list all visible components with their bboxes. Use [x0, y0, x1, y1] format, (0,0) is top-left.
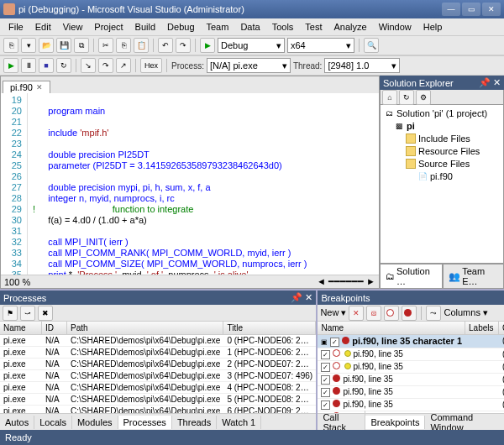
tab-modules[interactable]: Modules — [72, 416, 118, 429]
step-out-icon[interactable]: ↗ — [116, 58, 131, 73]
close-panel-icon[interactable]: ✕ — [493, 77, 501, 88]
find-icon[interactable]: 🔍 — [364, 38, 379, 53]
editor-tab[interactable]: pi.f90 ✕ — [3, 81, 50, 93]
restart-icon[interactable]: ↻ — [56, 58, 71, 73]
process-row[interactable]: pi.exeN/AC:\SHARED\demos\pi\x64\Debug\pi… — [0, 335, 316, 347]
processes-header[interactable]: Name ID Path Title — [0, 322, 316, 335]
menu-debug[interactable]: Debug — [162, 20, 199, 34]
process-combo[interactable]: [N/A] pi.exe▾ — [207, 58, 291, 73]
tab-autos[interactable]: Autos — [0, 416, 34, 429]
menu-file[interactable]: File — [3, 20, 29, 34]
close-button[interactable]: ✕ — [482, 3, 501, 16]
menu-project[interactable]: Project — [89, 20, 128, 34]
breakpoint-row[interactable]: ✓pi.f90, line 35(no condition)break alwa… — [318, 386, 504, 399]
save-icon[interactable]: 💾 — [56, 38, 71, 53]
folder-include[interactable]: Include Files — [382, 132, 501, 144]
breakpoints-header[interactable]: Name Labels Condition Hit Count — [318, 322, 504, 335]
break-all-icon[interactable]: ⏸ — [21, 58, 36, 73]
close-tab-icon[interactable]: ✕ — [36, 83, 43, 92]
undo-icon[interactable]: ↶ — [158, 38, 173, 53]
goto-source-icon[interactable]: ⤳ — [426, 306, 441, 321]
toggle-bp-icon[interactable] — [384, 306, 399, 321]
menu-data[interactable]: Data — [235, 20, 265, 34]
menu-edit[interactable]: Edit — [30, 20, 56, 34]
se-props-icon[interactable]: ⚙ — [416, 90, 431, 105]
tab-watch-1[interactable]: Watch 1 — [217, 416, 261, 429]
menu-test[interactable]: Test — [300, 20, 327, 34]
solution-explorer-title: Solution Explorer 📌 ✕ — [380, 76, 504, 90]
menu-window[interactable]: Window — [374, 20, 417, 34]
process-row[interactable]: pi.exeN/AC:\SHARED\demos\pi\x64\Debug\pi… — [0, 370, 316, 382]
titlebar: pi (Debugging) - Microsoft Visual Studio… — [0, 0, 504, 18]
tab-team[interactable]: 👥Team E… — [443, 264, 504, 289]
minimize-button[interactable]: — — [442, 3, 460, 16]
pin-icon[interactable]: 📌 — [479, 77, 491, 88]
breakpoint-row[interactable]: ✓pi.f90, line 35(no condition)break alwa… — [318, 374, 504, 386]
attach-icon[interactable]: ⚑ — [3, 306, 18, 321]
tab-threads[interactable]: Threads — [172, 416, 217, 429]
pin-icon[interactable]: 📌 — [291, 292, 302, 302]
paste-icon[interactable]: 📋 — [134, 38, 149, 53]
open-icon[interactable]: 📂 — [39, 38, 54, 53]
se-home-icon[interactable]: ⌂ — [382, 90, 397, 105]
process-row[interactable]: pi.exeN/AC:\SHARED\demos\pi\x64\Debug\pi… — [0, 359, 316, 370]
menu-help[interactable]: Help — [418, 20, 448, 34]
code-content[interactable]: program main include 'mpif.h' double pre… — [28, 93, 379, 275]
close-panel-icon[interactable]: ✕ — [305, 292, 312, 302]
file-node[interactable]: 📄pi.f90 — [382, 170, 501, 182]
se-refresh-icon[interactable]: ↻ — [399, 90, 414, 105]
line-gutter: 1920212223242526272829303132333435363738… — [1, 93, 28, 275]
delete-bp-icon[interactable]: ✕ — [349, 306, 364, 321]
breakpoint-row[interactable]: ▣ ✓pi.f90, line 35 character 1(no condit… — [318, 335, 504, 348]
menu-tools[interactable]: Tools — [267, 20, 299, 34]
hex-toggle[interactable]: Hex — [140, 58, 162, 73]
tab-processes[interactable]: Processes — [118, 416, 172, 429]
folder-resource[interactable]: Resource Files — [382, 144, 501, 157]
continue-icon[interactable]: ▶ — [3, 58, 18, 73]
scroll-indicator: ◄ ━━━━━━ ► — [317, 276, 375, 287]
solution-tree[interactable]: 🗂Solution 'pi' (1 project) ▩pi Include F… — [380, 105, 504, 264]
new-bp-button[interactable]: New ▾ — [320, 307, 346, 318]
stop-icon[interactable]: ■ — [39, 58, 54, 73]
zoom-level[interactable]: 100 % — [4, 277, 30, 287]
new-project-icon[interactable]: ⎘ — [3, 38, 18, 53]
editor-body[interactable]: 1920212223242526272829303132333435363738… — [1, 93, 379, 275]
step-over-icon[interactable]: ↷ — [98, 58, 113, 73]
step-into-icon[interactable]: ↘ — [81, 58, 96, 73]
breakpoint-row[interactable]: ✓pi.f90, line 35(no condition)break alwa… — [318, 361, 504, 374]
process-row[interactable]: pi.exeN/AC:\SHARED\demos\pi\x64\Debug\pi… — [0, 382, 316, 394]
detach-icon[interactable]: ⤻ — [20, 306, 35, 321]
menu-view[interactable]: View — [58, 20, 88, 34]
terminate-icon[interactable]: ✖ — [38, 306, 53, 321]
tab-solution[interactable]: 🗂Solution … — [380, 264, 443, 289]
thread-combo[interactable]: [2948] 1.0▾ — [324, 58, 400, 73]
processes-panel: Processes📌 ✕ ⚑ ⤻ ✖ Name ID Path Title pi… — [0, 291, 316, 430]
solution-node[interactable]: 🗂Solution 'pi' (1 project) — [382, 107, 501, 119]
toolbar-standard: ⎘ ▾ 📂 💾 ⧉ ✂ ⎘ 📋 ↶ ↷ ▶ Debug▾ x64▾ 🔍 — [0, 35, 504, 55]
menu-analyze[interactable]: Analyze — [329, 20, 372, 34]
maximize-button[interactable]: ▭ — [462, 3, 480, 16]
add-item-icon[interactable]: ▾ — [21, 38, 36, 53]
platform-combo[interactable]: x64▾ — [287, 38, 354, 53]
process-row[interactable]: pi.exeN/AC:\SHARED\demos\pi\x64\Debug\pi… — [0, 406, 316, 413]
copy-icon[interactable]: ⎘ — [116, 38, 131, 53]
save-all-icon[interactable]: ⧉ — [74, 38, 89, 53]
thread-label: Thread: — [293, 61, 322, 71]
start-debug-icon[interactable]: ▶ — [200, 38, 215, 53]
columns-button[interactable]: Columns ▾ — [444, 307, 487, 318]
tab-breakpoints[interactable]: Breakpoints — [365, 416, 425, 429]
processes-title: Processes — [3, 293, 46, 303]
process-row[interactable]: pi.exeN/AC:\SHARED\demos\pi\x64\Debug\pi… — [0, 394, 316, 406]
config-combo[interactable]: Debug▾ — [218, 38, 285, 53]
folder-source[interactable]: Source Files — [382, 157, 501, 170]
delete-all-bp-icon[interactable]: ⦻ — [366, 306, 381, 321]
redo-icon[interactable]: ↷ — [176, 38, 191, 53]
process-row[interactable]: pi.exeN/AC:\SHARED\demos\pi\x64\Debug\pi… — [0, 347, 316, 359]
tab-locals[interactable]: Locals — [34, 416, 72, 429]
cut-icon[interactable]: ✂ — [98, 38, 113, 53]
breakpoint-row[interactable]: ✓pi.f90, line 35(no condition)break alwa… — [318, 348, 504, 361]
project-node[interactable]: ▩pi — [382, 119, 501, 132]
enable-all-icon[interactable] — [402, 306, 417, 321]
menu-team[interactable]: Team — [202, 20, 234, 34]
menu-build[interactable]: Build — [130, 20, 160, 34]
